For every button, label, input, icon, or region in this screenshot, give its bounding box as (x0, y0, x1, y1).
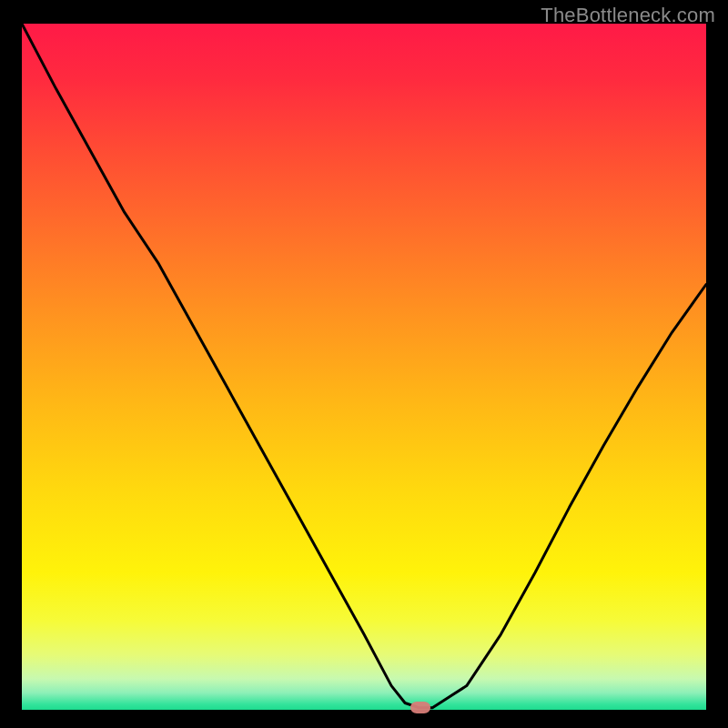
plot-background (22, 24, 706, 710)
chart-frame: TheBottleneck.com (0, 0, 728, 728)
plot-area (22, 24, 706, 710)
plot-svg (22, 24, 706, 710)
optimum-marker (410, 702, 430, 713)
